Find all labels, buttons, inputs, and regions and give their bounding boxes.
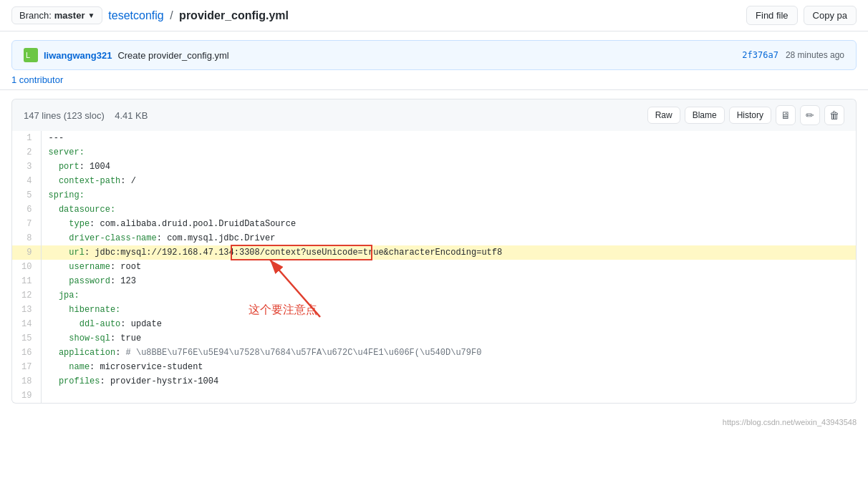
blame-button[interactable]: Blame [685,107,725,124]
code-table: 1---2server:3 port: 10044 context-path: … [12,131,856,403]
line-number: 10 [12,260,41,274]
raw-button[interactable]: Raw [647,107,680,124]
contributor-count[interactable]: 1 contributor [11,74,63,85]
line-number: 7 [12,217,41,231]
line-number: 16 [12,346,41,360]
commit-time: 28 minutes ago [786,50,844,60]
svg-text:L: L [26,51,30,59]
commit-info-left: L liwangwang321 Create provider_config.y… [24,48,229,62]
line-code: datasource: [41,202,856,217]
page-footer: https://blog.csdn.net/weixin_43943548 [0,415,868,429]
line-code: ddl-auto: update [41,317,856,331]
table-row: 2server: [12,145,856,160]
line-number: 2 [12,145,41,160]
line-number: 8 [12,231,41,245]
table-row: 13 hibernate: [12,303,856,317]
line-number: 19 [12,389,41,403]
table-row: 9 url: jdbc:mysql://192.168.47.134:3308/… [12,245,856,260]
line-number: 6 [12,202,41,217]
top-bar-left: Branch: master ▼ tesetconfig / provider_… [11,6,289,24]
file-meta: 147 lines (123 sloc) 4.41 KB [24,110,148,121]
line-number: 13 [12,303,41,317]
branch-label: Branch: [19,10,52,21]
branch-selector[interactable]: Branch: master ▼ [11,6,102,24]
file-lines: 147 lines (123 sloc) [24,110,105,121]
line-code: context-path: / [41,174,856,188]
line-code: port: 1004 [41,160,856,174]
top-bar: Branch: master ▼ tesetconfig / provider_… [0,0,868,31]
line-code: jpa: [41,288,856,303]
contributor-bar: 1 contributor [0,70,868,90]
line-code: type: com.alibaba.druid.pool.DruidDataSo… [41,217,856,231]
display-icon[interactable]: 🖥 [776,105,796,125]
line-code: name: microservice-student [41,360,856,374]
table-row: 3 port: 1004 [12,160,856,174]
table-row: 16 application: # \u8BBE\u7F6E\u5E94\u75… [12,346,856,360]
line-number: 5 [12,188,41,202]
line-number: 11 [12,274,41,288]
chevron-down-icon: ▼ [87,11,95,19]
line-number: 14 [12,317,41,331]
table-row: 14 ddl-auto: update [12,317,856,331]
table-row: 10 username: root [12,260,856,274]
line-number: 12 [12,288,41,303]
code-wrapper: 1---2server:3 port: 10044 context-path: … [11,131,857,404]
line-number: 15 [12,331,41,346]
table-row: 1--- [12,131,856,145]
top-bar-actions: Find file Copy pa [746,6,857,25]
line-code: username: root [41,260,856,274]
line-number: 17 [12,360,41,374]
edit-icon-button[interactable]: ✏ [800,105,820,125]
table-row: 15 show-sql: true [12,331,856,346]
table-row: 4 context-path: / [12,174,856,188]
commit-info-right: 2f376a7 28 minutes ago [742,50,844,60]
line-number: 4 [12,174,41,188]
line-number: 9 [12,245,41,260]
table-row: 7 type: com.alibaba.druid.pool.DruidData… [12,217,856,231]
breadcrumb-separator: / [170,9,173,21]
avatar: L [24,48,38,62]
commit-hash[interactable]: 2f376a7 [742,50,778,60]
branch-name: master [54,10,85,21]
breadcrumb: tesetconfig / provider_config.yml [108,9,289,22]
table-row: 12 jpa: [12,288,856,303]
commit-author[interactable]: liwangwang321 [44,50,112,61]
delete-button[interactable]: 🗑 [824,105,844,125]
table-row: 8 driver-class-name: com.mysql.jdbc.Driv… [12,231,856,245]
trash-icon: 🗑 [829,109,839,121]
monitor-icon: 🖥 [781,109,791,121]
line-code: url: jdbc:mysql://192.168.47.134:3308/co… [41,245,856,260]
table-row: 17 name: microservice-student [12,360,856,374]
line-code: application: # \u8BBE\u7F6E\u5E94\u7528\… [41,346,856,360]
file-size: 4.41 KB [115,110,148,121]
line-code: server: [41,145,856,160]
line-code: show-sql: true [41,331,856,346]
file-header: 147 lines (123 sloc) 4.41 KB Raw Blame H… [11,99,857,131]
line-number: 3 [12,160,41,174]
table-row: 18 profiles: provider-hystrix-1004 [12,374,856,389]
commit-bar: L liwangwang321 Create provider_config.y… [11,40,857,70]
table-row: 5spring: [12,188,856,202]
line-code: profiles: provider-hystrix-1004 [41,374,856,389]
history-button[interactable]: History [729,107,771,124]
file-actions: Raw Blame History 🖥 ✏ 🗑 [647,105,844,125]
line-code: password: 123 [41,274,856,288]
line-code: driver-class-name: com.mysql.jdbc.Driver [41,231,856,245]
footer-url: https://blog.csdn.net/weixin_43943548 [723,418,857,426]
repo-link[interactable]: tesetconfig [108,9,163,21]
line-number: 1 [12,131,41,145]
copy-path-button[interactable]: Copy pa [804,6,857,25]
table-row: 19 [12,389,856,403]
line-code: spring: [41,188,856,202]
table-row: 6 datasource: [12,202,856,217]
line-number: 18 [12,374,41,389]
commit-message: Create provider_config.yml [117,50,228,61]
current-file: provider_config.yml [179,9,289,21]
line-code: hibernate: [41,303,856,317]
pencil-icon: ✏ [806,109,814,121]
table-row: 11 password: 123 [12,274,856,288]
line-code: --- [41,131,856,145]
find-file-button[interactable]: Find file [746,6,798,25]
line-code [41,389,856,403]
